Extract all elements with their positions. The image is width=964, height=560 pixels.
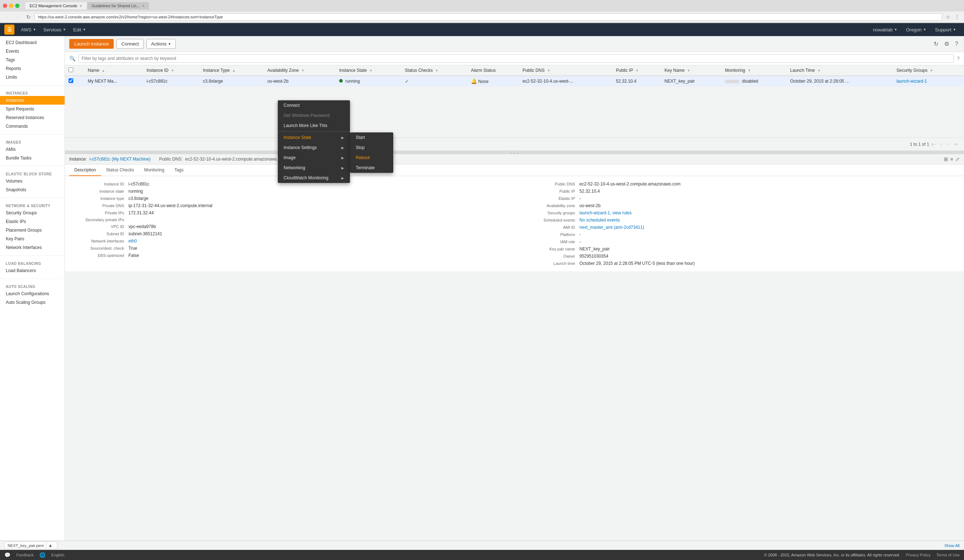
sidebar-item-reports[interactable]: Reports (0, 64, 65, 73)
browser-tab-2[interactable]: Guidelines for Shared Lin... ✕ (87, 2, 149, 10)
tab-tags[interactable]: Tags (169, 164, 188, 176)
table-row[interactable]: My NEXT Ma... i-c57c881c c3.8xlarge us-w… (65, 76, 964, 86)
submenu-reboot[interactable]: Reboot (350, 153, 393, 163)
settings-icon[interactable]: ⋮ (953, 13, 961, 21)
submenu-start[interactable]: Start (350, 132, 393, 143)
edit-menu[interactable]: Edit ▼ (70, 25, 90, 35)
col-header-security-groups[interactable]: Security Groups ▼ (893, 65, 964, 76)
account-menu[interactable]: nowaklab ▼ (869, 25, 901, 35)
sidebar-item-elastic-ips[interactable]: Elastic IPs (0, 217, 65, 226)
search-input[interactable] (78, 54, 954, 63)
select-all-checkbox[interactable] (65, 65, 84, 76)
forward-button[interactable]: → (14, 13, 22, 21)
context-menu-instance-settings[interactable]: Instance Settings ▶ (278, 143, 350, 153)
col-header-launch-time[interactable]: Launch Time ▼ (787, 65, 893, 76)
refresh-instances-button[interactable]: ↻ (932, 39, 940, 49)
sidebar-item-spot-requests[interactable]: Spot Requests (0, 105, 65, 113)
value-ami-id[interactable]: next_master_ami (ami-2cd73411) (580, 225, 644, 230)
minimize-dot[interactable] (9, 3, 13, 8)
detail-list-icon[interactable]: ≡ (950, 156, 953, 162)
sidebar-item-amis[interactable]: AMIs (0, 145, 65, 154)
bookmark-icon[interactable]: ☆ (944, 13, 952, 21)
download-dropdown-button[interactable]: ▲ (46, 543, 54, 548)
services-menu[interactable]: Services ▼ (40, 25, 70, 35)
browser-tab-1[interactable]: EC2 Management Console ✕ (25, 2, 86, 10)
sidebar-item-auto-scaling-groups[interactable]: Auto Scaling Groups (0, 298, 65, 307)
col-header-instance-type[interactable]: Instance Type ▲ (199, 65, 264, 76)
row-checkbox[interactable] (65, 76, 84, 86)
pagination-next-button[interactable]: › (944, 140, 951, 148)
browser-tab-2-close[interactable]: ✕ (142, 4, 145, 8)
sidebar-item-events[interactable]: Events (0, 47, 65, 55)
settings-button[interactable]: ⚙ (943, 39, 951, 49)
context-menu-cloudwatch[interactable]: CloudWatch Monitoring ▶ (278, 173, 350, 183)
sidebar-item-launch-configurations[interactable]: Launch Configurations (0, 290, 65, 298)
pagination-first-button[interactable]: ⇤ (929, 140, 938, 148)
support-menu[interactable]: Support ▼ (931, 25, 960, 35)
submenu-stop[interactable]: Stop (350, 143, 393, 153)
context-menu-image[interactable]: Image ▶ (278, 153, 350, 163)
url-bar[interactable] (35, 13, 942, 21)
sidebar-item-instances[interactable]: Instances (0, 96, 65, 105)
tab-description[interactable]: Description (69, 164, 101, 176)
sidebar-item-key-pairs[interactable]: Key Pairs (0, 234, 65, 243)
sidebar-item-ec2-dashboard[interactable]: EC2 Dashboard (0, 38, 65, 47)
privacy-policy-link[interactable]: Privacy Policy (906, 553, 930, 557)
sidebar-item-snapshots[interactable]: Snapshots (0, 186, 65, 194)
sidebar-item-reserved-instances[interactable]: Reserved Instances (0, 113, 65, 122)
value-network-interfaces[interactable]: eth0 (129, 239, 137, 244)
sidebar-item-placement-groups[interactable]: Placement Groups (0, 226, 65, 234)
launch-instance-button[interactable]: Launch Instance (69, 39, 114, 49)
col-header-alarm[interactable]: Alarm Status (467, 65, 519, 76)
sidebar-item-limits[interactable]: Limits (0, 73, 65, 81)
actions-button[interactable]: Actions ▼ (147, 39, 176, 49)
sidebar-item-volumes[interactable]: Volumes (0, 177, 65, 186)
tab-status-checks[interactable]: Status Checks (101, 164, 139, 176)
browser-tab-1-close[interactable]: ✕ (79, 4, 82, 8)
connect-button[interactable]: Connect (117, 39, 143, 49)
context-menu-launch-more[interactable]: Launch More Like This (278, 120, 350, 130)
language-link[interactable]: English (51, 553, 64, 557)
aws-label[interactable]: AWS ▼ (17, 25, 40, 35)
col-header-state[interactable]: Instance State ▼ (335, 65, 401, 76)
tab-monitoring[interactable]: Monitoring (139, 164, 169, 176)
value-scheduled-events[interactable]: No scheduled events (580, 218, 620, 223)
show-all-button[interactable]: Show All (944, 544, 960, 548)
context-menu-connect[interactable]: Connect (278, 100, 350, 111)
value-security-groups[interactable]: launch-wizard-1, view rules (580, 210, 632, 215)
context-menu-networking[interactable]: Networking ▶ (278, 163, 350, 173)
terms-of-use-link[interactable]: Terms of Use (936, 553, 960, 557)
col-header-status-checks[interactable]: Status Checks ▼ (401, 65, 467, 76)
detail-grid-icon[interactable]: ⊞ (944, 156, 948, 162)
col-header-az[interactable]: Availability Zone ▼ (264, 65, 335, 76)
pagination-last-button[interactable]: ⇥ (951, 140, 960, 148)
col-header-public-ip[interactable]: Public IP ▼ (612, 65, 661, 76)
detail-expand-icon[interactable]: ⤢ (955, 156, 960, 162)
sidebar-item-bundle-tasks[interactable]: Bundle Tasks (0, 154, 65, 162)
search-help-icon[interactable]: ? (957, 55, 960, 61)
col-header-key-name[interactable]: Key Name ▼ (661, 65, 721, 76)
pagination-prev-button[interactable]: ‹ (938, 140, 944, 148)
sidebar-item-tags[interactable]: Tags (0, 55, 65, 64)
col-header-monitoring[interactable]: Monitoring ▼ (721, 65, 787, 76)
value-private-dns: ip-172-31-32-44.us-west-2.compute.intern… (129, 203, 212, 208)
sidebar-item-load-balancers[interactable]: Load Balancers (0, 266, 65, 275)
sidebar-item-commands[interactable]: Commands (0, 122, 65, 130)
sidebar-item-network-interfaces[interactable]: Network Interfaces (0, 243, 65, 252)
submenu-terminate[interactable]: Terminate (350, 163, 393, 173)
label-scheduled-events: Scheduled events (522, 218, 580, 222)
value-instance-state: running (129, 189, 143, 194)
security-groups-link[interactable]: launch-wizard-1 (897, 79, 927, 84)
feedback-link[interactable]: Feedback (16, 553, 34, 557)
maximize-dot[interactable] (15, 3, 20, 8)
refresh-button[interactable]: ↻ (24, 13, 33, 21)
context-menu-instance-state[interactable]: Instance State ▶ Start Stop Reboot Termi… (278, 132, 350, 143)
region-menu[interactable]: Oregon ▼ (902, 25, 930, 35)
col-header-name[interactable]: Name ▲ (84, 65, 143, 76)
col-header-public-dns[interactable]: Public DNS ▼ (519, 65, 612, 76)
sidebar-item-security-groups[interactable]: Security Groups (0, 208, 65, 217)
col-header-instance-id[interactable]: Instance ID ▼ (143, 65, 199, 76)
close-dot[interactable] (3, 3, 7, 8)
back-button[interactable]: ← (3, 13, 11, 21)
help-button[interactable]: ? (954, 39, 960, 49)
